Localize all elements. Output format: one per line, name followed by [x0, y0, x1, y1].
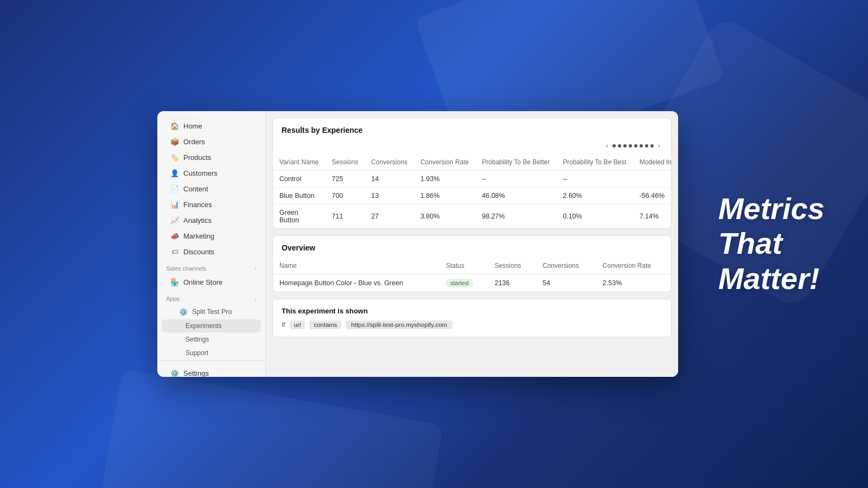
pagination-dots: ‹ ›: [273, 140, 671, 154]
sidebar-item-content[interactable]: 📄 Content: [162, 181, 261, 196]
sidebar-item-label: Orders: [183, 138, 205, 146]
dot-8: [650, 144, 654, 147]
dot-2: [618, 144, 621, 147]
col-sessions: Sessions: [488, 258, 537, 274]
cell-conversion-rate: 3.80%: [414, 204, 475, 229]
status-badge: started: [446, 279, 473, 287]
chevron-icon: ›: [255, 296, 257, 302]
cell-variant-name: Green Button: [273, 204, 325, 229]
condition-if-label: If: [282, 321, 285, 329]
sidebar-item-settings-sub[interactable]: Settings: [162, 333, 261, 346]
sidebar-bottom: ⚙️ Settings: [157, 360, 265, 377]
experiment-shown-content: This experiment is shown If url contains…: [273, 299, 671, 337]
customers-icon: 👤: [170, 169, 179, 177]
results-by-experience-card: Results by Experience ‹ ›: [272, 118, 672, 229]
orders-icon: 📦: [170, 137, 179, 146]
sidebar-item-products[interactable]: 🏷️ Products: [162, 150, 261, 165]
col-modeled-imp: Modeled Imp: [633, 154, 672, 171]
sidebar-item-label: Products: [183, 153, 211, 162]
cell-conversion-rate: 1.86%: [414, 188, 475, 204]
sidebar-item-label: Split Test Pro: [192, 308, 232, 316]
condition-row: If url contains https://split-test-pro.m…: [282, 320, 662, 329]
dot-4: [629, 144, 632, 147]
pagination-prev[interactable]: ‹: [604, 142, 610, 150]
table-row: Homepage Button Color - Blue vs. Green s…: [273, 274, 671, 292]
results-table: Variant Name Sessions Conversions Conver…: [273, 154, 672, 228]
results-table-header-row: Variant Name Sessions Conversions Conver…: [273, 154, 672, 171]
tagline: Metrics That Matter!: [718, 191, 825, 296]
cell-modeled-imp: 7.14%: [633, 204, 672, 229]
sidebar-item-customers[interactable]: 👤 Customers: [162, 165, 261, 181]
sidebar-sub-item-label: Support: [186, 349, 208, 357]
sidebar-item-label: Settings: [183, 369, 209, 377]
sidebar-item-online-store[interactable]: 🏪 Online Store: [162, 274, 261, 290]
overview-table-header-row: Name Status Sessions Conversions Convers…: [273, 258, 671, 274]
cell-conversion-rate: 1.93%: [414, 171, 475, 188]
cell-prob-best: 0.10%: [556, 204, 633, 229]
sidebar-item-experiments[interactable]: Experiments: [162, 319, 261, 332]
app-window: 🏠 Home 📦 Orders 🏷️ Products 👤 Customers …: [157, 111, 678, 377]
cell-sessions: 725: [325, 171, 365, 188]
sidebar-item-label: Marketing: [183, 232, 214, 240]
cell-conversion-rate: 2.53%: [596, 274, 671, 292]
sidebar-item-label: Online Store: [183, 278, 222, 286]
cell-modeled-imp: -56.46%: [633, 188, 672, 204]
experiment-shown-title: This experiment is shown: [282, 307, 662, 315]
sidebar-item-label: Analytics: [183, 216, 212, 224]
sidebar-item-support[interactable]: Support: [162, 346, 261, 359]
sidebar-item-label: Discounts: [183, 248, 214, 256]
cell-prob-best: --: [556, 171, 633, 188]
cell-conversions: 13: [365, 188, 414, 204]
cell-name: Homepage Button Color - Blue vs. Green: [273, 274, 439, 292]
finances-icon: 📊: [170, 200, 179, 209]
col-prob-best: Probability To Be Best: [556, 154, 633, 171]
cell-conversions: 14: [365, 171, 414, 188]
dot-5: [634, 144, 637, 147]
cell-prob-better: 98.27%: [475, 204, 556, 229]
tagline-line1: Metrics: [718, 191, 825, 226]
home-icon: 🏠: [170, 121, 179, 130]
cell-conversions: 27: [365, 204, 414, 229]
cell-modeled-imp: [633, 171, 672, 188]
discounts-icon: 🏷: [170, 247, 179, 256]
dot-3: [623, 144, 627, 147]
sidebar: 🏠 Home 📦 Orders 🏷️ Products 👤 Customers …: [157, 111, 266, 377]
overview-card: Overview Name Status Sessions Conversion…: [272, 235, 672, 292]
sidebar-item-label: Finances: [183, 201, 212, 209]
overview-table: Name Status Sessions Conversions Convers…: [273, 258, 671, 292]
cell-sessions: 711: [325, 204, 365, 229]
col-conversion-rate: Conversion Rate: [414, 154, 475, 171]
cell-variant-name: Control: [273, 171, 325, 188]
results-card-header: Results by Experience: [273, 118, 671, 140]
tagline-line3: Matter!: [718, 261, 825, 296]
sidebar-item-orders[interactable]: 📦 Orders: [162, 134, 261, 149]
overview-card-header: Overview: [273, 236, 671, 258]
sidebar-item-split-test-pro[interactable]: ⚙️ Split Test Pro: [162, 305, 261, 319]
cell-prob-better: --: [475, 171, 556, 188]
col-conversions: Conversions: [365, 154, 414, 171]
sidebar-item-analytics[interactable]: 📈 Analytics: [162, 213, 261, 228]
experiment-shown-card: This experiment is shown If url contains…: [272, 299, 672, 337]
pagination-next[interactable]: ›: [656, 142, 662, 150]
products-icon: 🏷️: [170, 153, 179, 162]
marketing-icon: 📣: [170, 232, 179, 240]
sidebar-item-discounts[interactable]: 🏷 Discounts: [162, 244, 261, 259]
sidebar-item-settings[interactable]: ⚙️ Settings: [162, 365, 261, 377]
condition-field-badge: url: [290, 320, 305, 329]
sidebar-item-marketing[interactable]: 📣 Marketing: [162, 228, 261, 243]
sidebar-item-finances[interactable]: 📊 Finances: [162, 197, 261, 212]
content-icon: 📄: [170, 184, 179, 193]
col-variant-name: Variant Name: [273, 154, 325, 171]
analytics-icon: 📈: [170, 216, 179, 224]
sidebar-sub-item-label: Experiments: [186, 322, 222, 330]
scroll-area: Results by Experience ‹ ›: [266, 111, 678, 344]
dot-7: [645, 144, 648, 147]
col-conversion-rate: Conversion Rate: [596, 258, 671, 274]
chevron-icon: ›: [255, 266, 257, 272]
cell-prob-better: 46.08%: [475, 188, 556, 204]
sidebar-item-home[interactable]: 🏠 Home: [162, 118, 261, 133]
col-name: Name: [273, 258, 439, 274]
col-prob-better: Probability To Be Better: [475, 154, 556, 171]
sidebar-nav: 🏠 Home 📦 Orders 🏷️ Products 👤 Customers …: [157, 118, 265, 360]
table-row: Green Button 711 27 3.80% 98.27% 0.10% 7…: [273, 204, 672, 229]
